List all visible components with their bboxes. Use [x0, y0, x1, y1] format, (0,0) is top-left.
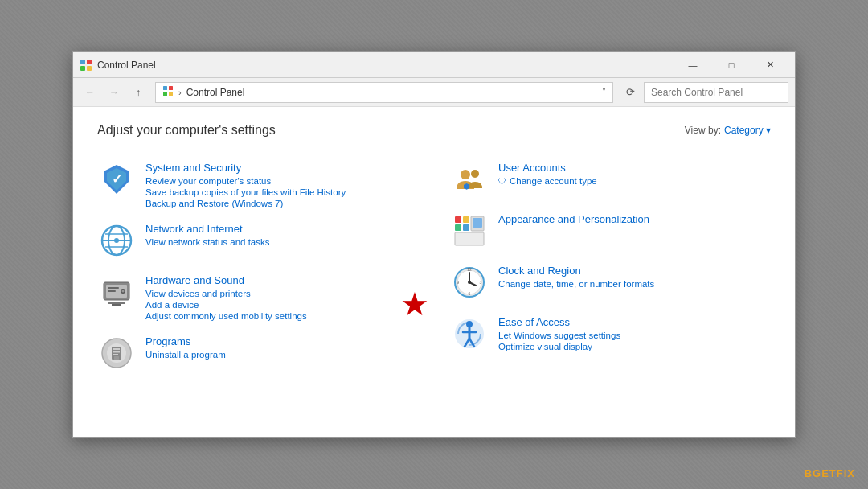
category-network-internet: Network and Internet View network status… — [97, 215, 418, 266]
network-icon — [97, 221, 136, 260]
categories-grid: ✓ System and Security Review your comput… — [97, 154, 771, 379]
svg-rect-7 — [169, 92, 173, 96]
hardware-link-2[interactable]: Add a device — [145, 300, 307, 310]
svg-text:9: 9 — [457, 280, 460, 285]
svg-point-46 — [468, 281, 471, 284]
svg-rect-24 — [108, 290, 116, 292]
ease-access-content: Ease of Access Let Windows suggest setti… — [498, 314, 620, 351]
appearance-icon — [450, 212, 489, 250]
clock-icon: 12 3 6 9 — [450, 263, 489, 302]
svg-point-16 — [114, 238, 119, 243]
category-system-security: ✓ System and Security Review your comput… — [97, 154, 418, 215]
address-chevron-icon: ˅ — [602, 88, 606, 97]
svg-rect-19 — [108, 302, 125, 304]
svg-rect-30 — [113, 354, 118, 355]
close-button[interactable]: ✕ — [751, 52, 788, 78]
svg-text:3: 3 — [480, 280, 482, 285]
content-header: Adjust your computer's settings View by:… — [97, 123, 771, 138]
hardware-link-3[interactable]: Adjust commonly used mobility settings — [145, 311, 307, 321]
refresh-button[interactable]: ⟳ — [620, 82, 641, 103]
user-accounts-icon — [450, 160, 489, 199]
system-security-link-1[interactable]: Review your computer's status — [145, 176, 346, 186]
system-security-link-2[interactable]: Save backup copies of your files with Fi… — [145, 187, 346, 197]
title-bar-left: Control Panel — [80, 59, 156, 72]
forward-button[interactable]: → — [104, 82, 125, 103]
programs-icon — [97, 334, 136, 372]
left-column: ✓ System and Security Review your comput… — [97, 154, 418, 379]
svg-point-33 — [471, 170, 479, 178]
svg-rect-6 — [163, 92, 167, 96]
watermark-suffix: FIX — [837, 467, 855, 479]
svg-rect-1 — [87, 60, 92, 64]
address-path: Control Panel — [186, 87, 245, 98]
ease-access-link-1[interactable]: Let Windows suggest settings — [498, 331, 620, 340]
svg-rect-23 — [108, 287, 119, 289]
network-title[interactable]: Network and Internet — [145, 223, 243, 235]
shield-badge-icon: 🛡 — [498, 177, 506, 186]
svg-rect-4 — [163, 86, 167, 90]
right-column: User Accounts 🛡 Change account type — [450, 154, 771, 379]
minimize-button[interactable]: — — [674, 52, 711, 78]
viewby-value[interactable]: Category ▾ — [724, 125, 771, 136]
clock-content: Clock and Region Change date, time, or n… — [498, 263, 654, 289]
appearance-title[interactable]: Appearance and Personalization — [498, 213, 649, 225]
user-accounts-title[interactable]: User Accounts — [498, 162, 566, 174]
up-button[interactable]: ↑ — [128, 82, 149, 103]
hardware-icon — [97, 273, 136, 311]
svg-point-32 — [461, 170, 470, 179]
window-icon — [80, 59, 92, 72]
viewby-label: View by: — [685, 125, 721, 136]
svg-text:6: 6 — [469, 291, 471, 296]
system-security-title[interactable]: System and Security — [145, 162, 241, 174]
svg-rect-28 — [113, 348, 120, 350]
svg-rect-37 — [455, 224, 461, 231]
clock-title[interactable]: Clock and Region — [498, 265, 581, 277]
svg-rect-38 — [463, 224, 469, 231]
user-accounts-link-1[interactable]: Change account type — [510, 176, 597, 186]
network-content: Network and Internet View network status… — [145, 221, 269, 247]
page-title: Adjust your computer's settings — [97, 123, 276, 138]
title-bar-controls: — □ ✕ — [674, 52, 788, 78]
address-bar[interactable]: › Control Panel ˅ — [155, 82, 613, 103]
search-input[interactable] — [644, 82, 788, 103]
watermark-prefix: BGET — [805, 467, 837, 479]
svg-point-22 — [122, 290, 125, 293]
address-separator: › — [178, 88, 182, 97]
svg-rect-29 — [113, 351, 120, 353]
nav-bar: ← → ↑ › Control Panel ˅ ⟳ — [73, 78, 795, 107]
network-link-1[interactable]: View network status and tasks — [145, 237, 269, 247]
content-area: Adjust your computer's settings View by:… — [73, 107, 795, 437]
svg-rect-5 — [169, 86, 173, 90]
hardware-link-1[interactable]: View devices and printers — [145, 289, 307, 298]
category-hardware-sound: Hardware and Sound View devices and prin… — [97, 266, 418, 327]
svg-rect-40 — [473, 218, 482, 228]
category-clock-region: 12 3 6 9 Clock and Region Change date, t… — [450, 257, 771, 308]
svg-text:12: 12 — [467, 267, 472, 272]
svg-rect-2 — [80, 66, 85, 71]
system-security-icon: ✓ — [97, 160, 136, 199]
maximize-button[interactable]: □ — [713, 52, 750, 78]
programs-link-1[interactable]: Uninstall a program — [145, 350, 226, 360]
address-icon — [162, 85, 174, 99]
ease-access-link-2[interactable]: Optimize visual display — [498, 342, 620, 351]
svg-rect-36 — [463, 216, 469, 223]
svg-rect-20 — [112, 304, 121, 306]
hardware-title[interactable]: Hardware and Sound — [145, 274, 244, 286]
user-accounts-content: User Accounts 🛡 Change account type — [498, 160, 597, 186]
window-title: Control Panel — [97, 60, 156, 71]
appearance-content: Appearance and Personalization — [498, 212, 649, 226]
control-panel-window: Control Panel — □ ✕ ← → ↑ › Control Pane… — [72, 51, 796, 438]
back-button[interactable]: ← — [80, 82, 100, 103]
title-bar: Control Panel — □ ✕ — [73, 52, 795, 78]
clock-link-1[interactable]: Change date, time, or number formats — [498, 279, 654, 289]
system-security-link-3[interactable]: Backup and Restore (Windows 7) — [145, 199, 346, 208]
svg-rect-31 — [114, 356, 119, 360]
category-appearance: Appearance and Personalization — [450, 205, 771, 257]
category-user-accounts: User Accounts 🛡 Change account type — [450, 154, 771, 205]
programs-title[interactable]: Programs — [145, 335, 190, 347]
hardware-content: Hardware and Sound View devices and prin… — [145, 273, 307, 321]
category-ease-access: Ease of Access Let Windows suggest setti… — [450, 308, 771, 360]
svg-rect-35 — [455, 216, 461, 223]
ease-access-title[interactable]: Ease of Access — [498, 316, 570, 328]
watermark: BGETFIX — [805, 467, 855, 479]
